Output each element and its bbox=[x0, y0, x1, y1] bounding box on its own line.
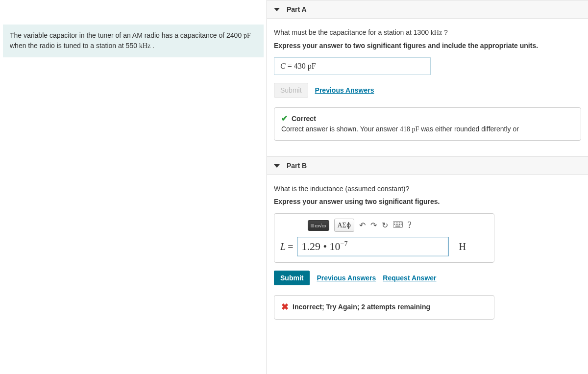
part-b-title: Part B bbox=[287, 162, 307, 170]
svg-rect-7 bbox=[396, 224, 397, 225]
templates-button[interactable]: ▭√▭ bbox=[308, 220, 329, 231]
part-a-feedback: ✔ Correct Correct answer is shown. Your … bbox=[274, 107, 581, 141]
feedback-text: Incorrect; Try Again; 2 attempts remaini… bbox=[293, 303, 430, 311]
answer-input[interactable]: 1.29 • 10−7 bbox=[297, 237, 449, 256]
part-a-instructions: Express your answer to two significant f… bbox=[274, 42, 581, 50]
help-icon[interactable]: ? bbox=[408, 220, 412, 230]
part-a-question: What must be the capacitance for a stati… bbox=[274, 28, 581, 37]
redo-icon[interactable]: ↷ bbox=[370, 221, 377, 230]
svg-rect-5 bbox=[401, 222, 402, 223]
unit-label: H bbox=[459, 241, 466, 252]
submit-button[interactable]: Submit bbox=[274, 271, 310, 285]
svg-rect-4 bbox=[399, 222, 400, 223]
problem-text-2: when the radio is tuned to a station at … bbox=[10, 42, 139, 50]
answer-value: 430 pF bbox=[294, 62, 316, 70]
reset-icon[interactable]: ↻ bbox=[382, 221, 388, 230]
part-a-title: Part A bbox=[287, 5, 307, 13]
part-b-instructions: Express your answer using two significan… bbox=[274, 198, 581, 205]
part-b-header[interactable]: Part B bbox=[267, 157, 588, 175]
part-b-section: Part B What is the inductance (assumed c… bbox=[267, 156, 588, 330]
svg-rect-11 bbox=[395, 225, 400, 226]
part-b-feedback: ✖ Incorrect; Try Again; 2 attempts remai… bbox=[274, 295, 494, 320]
keyboard-icon[interactable] bbox=[393, 221, 403, 230]
svg-rect-2 bbox=[396, 222, 397, 223]
undo-icon[interactable]: ↶ bbox=[359, 221, 366, 230]
part-a-section: Part A What must be the capacitance for … bbox=[267, 0, 588, 151]
request-answer-link[interactable]: Request Answer bbox=[383, 274, 436, 282]
svg-rect-9 bbox=[399, 224, 400, 225]
svg-rect-10 bbox=[401, 224, 402, 225]
answer-toolbar-container: ▭√▭ ΑΣϕ ↶ ↷ ↻ ? L = 1.29 • 10−7 bbox=[274, 213, 494, 263]
problem-text-1: The variable capacitor in the tuner of a… bbox=[10, 31, 244, 39]
caret-down-icon bbox=[274, 8, 280, 11]
problem-statement: The variable capacitor in the tuner of a… bbox=[3, 25, 264, 57]
part-a-answer-display: C = 430 pF bbox=[274, 57, 431, 75]
problem-text-3: . bbox=[150, 42, 154, 50]
x-icon: ✖ bbox=[281, 301, 289, 312]
greek-button[interactable]: ΑΣϕ bbox=[334, 219, 354, 232]
caret-down-icon bbox=[274, 164, 280, 168]
check-icon: ✔ bbox=[281, 114, 288, 123]
svg-rect-8 bbox=[397, 224, 398, 225]
problem-unit-1: pF bbox=[244, 32, 251, 39]
part-b-question: What is the inductance (assumed constant… bbox=[274, 185, 581, 193]
svg-rect-3 bbox=[397, 222, 398, 223]
feedback-title: Correct bbox=[292, 115, 316, 123]
submit-button: Submit bbox=[274, 83, 308, 98]
problem-unit-2: kHz bbox=[139, 42, 150, 50]
previous-answers-link[interactable]: Previous Answers bbox=[317, 274, 376, 282]
answer-var: C bbox=[280, 62, 286, 70]
svg-rect-1 bbox=[394, 222, 395, 223]
variable-label: L bbox=[280, 241, 286, 252]
previous-answers-link[interactable]: Previous Answers bbox=[315, 86, 374, 94]
svg-rect-6 bbox=[394, 224, 395, 225]
part-a-header[interactable]: Part A bbox=[267, 0, 588, 19]
